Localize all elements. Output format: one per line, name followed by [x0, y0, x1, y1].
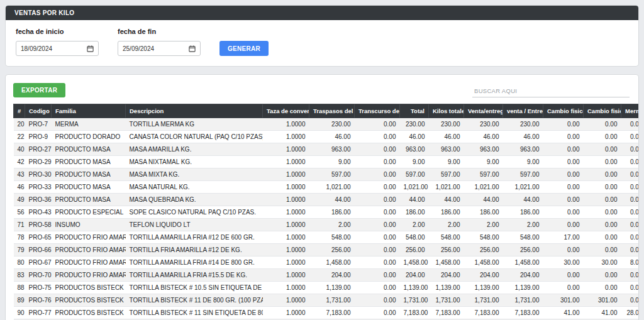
- table-cell: 548.00: [309, 231, 355, 244]
- table-cell: 78: [14, 231, 25, 244]
- table-cell: 9.00: [464, 156, 503, 168]
- table-cell: 0.00: [355, 282, 400, 294]
- table-cell: 0.00: [621, 181, 639, 194]
- column-header[interactable]: Kilos totales: [429, 104, 464, 118]
- table-cell: 9.00: [309, 156, 355, 168]
- table-cell: 0.00: [355, 194, 400, 206]
- end-date-input[interactable]: 25/09/2024: [118, 41, 201, 56]
- table-cell: 1,731.00: [400, 294, 429, 307]
- table-cell: 88: [14, 282, 25, 294]
- table-cell: 1.0000: [263, 231, 309, 244]
- table-cell: 1.0000: [263, 282, 309, 294]
- table-cell: 0.00: [584, 219, 621, 231]
- column-header[interactable]: Merma: [621, 104, 639, 118]
- table-cell: PRO-9: [25, 131, 52, 143]
- table-row: 42PRO-29PRODUCTO MASAMASA NIXTAMAL KG.1.…: [14, 156, 639, 168]
- table-cell: 186.00: [309, 206, 355, 219]
- table-cell: 963.00: [464, 143, 503, 156]
- column-header[interactable]: #: [14, 104, 25, 118]
- column-header[interactable]: Cambio fisico: [543, 104, 584, 118]
- column-header[interactable]: Total: [400, 104, 429, 118]
- table-cell: 230.00: [464, 118, 503, 131]
- column-header[interactable]: Codigo: [25, 104, 52, 118]
- table-cell: PRO-36: [25, 194, 52, 206]
- table-cell: PRODUCTO MASA: [52, 168, 126, 181]
- table-cell: PRODUCTO FRIO AMARILLA: [52, 244, 126, 257]
- table-cell: 204.00: [400, 269, 429, 282]
- table-cell: 597.00: [429, 168, 464, 181]
- table-cell: 0.00: [355, 206, 400, 219]
- table-cell: PRO-58: [25, 219, 52, 231]
- table-cell: 30.00: [584, 257, 621, 269]
- table-row: 71PRO-58INSUMOTEFLON LIQUIDO LT1.00002.0…: [14, 219, 639, 231]
- calendar-icon: [87, 45, 94, 52]
- table-cell: 0.00: [355, 294, 400, 307]
- table-cell: 1.0000: [263, 294, 309, 307]
- table-row: 79PRO-66PRODUCTO FRIO AMARILLATORTILLA F…: [14, 244, 639, 257]
- filters-panel: VENTAS POR KILO fecha de inicio 18/09/20…: [5, 5, 639, 67]
- table-cell: TORTILLA AMARILLA FRIA #14 DE 800 GR.: [126, 257, 263, 269]
- table-cell: 46.00: [464, 131, 503, 143]
- table-cell: 186.00: [503, 206, 543, 219]
- table-cell: PRO-76: [25, 294, 52, 307]
- table-cell: PRODUCTO MASA: [52, 143, 126, 156]
- column-header[interactable]: Descripcion: [126, 104, 263, 118]
- table-cell: 0.00: [543, 131, 584, 143]
- table-cell: 0.00: [543, 206, 584, 219]
- table-cell: 256.00: [309, 244, 355, 257]
- table-cell: 46.00: [400, 131, 429, 143]
- table-cell: 548.00: [429, 231, 464, 244]
- table-cell: 22: [14, 131, 25, 143]
- table-cell: 256.00: [400, 244, 429, 257]
- table-cell: MASA NATURAL KG.: [126, 181, 263, 194]
- table-cell: 0.00: [584, 231, 621, 244]
- table-cell: PRO-30: [25, 168, 52, 181]
- table-cell: 1,139.00: [503, 282, 543, 294]
- column-header[interactable]: Transcurso del dia: [355, 104, 400, 118]
- end-date-value: 25/09/2024: [123, 45, 154, 52]
- table-cell: 1,021.00: [309, 181, 355, 194]
- table-row: 80PRO-67PRODUCTO FRIO AMARILLATORTILLA A…: [14, 257, 639, 269]
- table-cell: 186.00: [464, 206, 503, 219]
- table-cell: 204.00: [309, 269, 355, 282]
- table-cell: 20: [14, 118, 25, 131]
- table-cell: 256.00: [464, 244, 503, 257]
- table-cell: 1,731.00: [503, 294, 543, 307]
- table-cell: PRO-33: [25, 181, 52, 194]
- column-header[interactable]: venta / Entreg kg: [503, 104, 543, 118]
- table-cell: PRODUCTO MASA: [52, 156, 126, 168]
- search-input[interactable]: [472, 85, 630, 97]
- table-cell: 9.00: [429, 156, 464, 168]
- table-cell: 0.00: [543, 194, 584, 206]
- table-cell: 0.00: [355, 231, 400, 244]
- column-header[interactable]: Taza de conversion: [263, 104, 309, 118]
- table-cell: 963.00: [400, 143, 429, 156]
- table-cell: 1.0000: [263, 131, 309, 143]
- table-cell: TEFLON LIQUIDO LT: [126, 219, 263, 231]
- table-cell: 597.00: [400, 168, 429, 181]
- generate-button[interactable]: GENERAR: [219, 41, 269, 56]
- table-body: 20PRO-7MERMATORTILLA MERMA KG1.0000230.0…: [14, 118, 639, 320]
- table-cell: 0.00: [584, 282, 621, 294]
- table-cell: 1,021.00: [429, 181, 464, 194]
- table-cell: 0.00: [621, 219, 639, 231]
- table-cell: 1,731.00: [309, 294, 355, 307]
- table-cell: INSUMO: [52, 219, 126, 231]
- table-scroll-area[interactable]: #CodigoFamiliaDescripcionTaza de convers…: [13, 104, 638, 320]
- start-date-input[interactable]: 18/09/2024: [16, 41, 99, 56]
- column-header[interactable]: Cambio fisico Kg: [584, 104, 621, 118]
- column-header[interactable]: Venta/entrega: [464, 104, 503, 118]
- export-button[interactable]: EXPORTAR: [13, 83, 65, 97]
- column-header[interactable]: Familia: [52, 104, 126, 118]
- table-cell: 41.00: [584, 307, 621, 319]
- table-cell: 597.00: [309, 168, 355, 181]
- table-row: 22PRO-9PRODUCTO DORADOCANASTA COLOR NATU…: [14, 131, 639, 143]
- table-cell: 71: [14, 219, 25, 231]
- table-cell: 80: [14, 257, 25, 269]
- column-header[interactable]: Traspasos del dia: [309, 104, 355, 118]
- table-cell: 0.00: [355, 168, 400, 181]
- table-cell: 44.00: [309, 194, 355, 206]
- table-cell: 0.00: [543, 282, 584, 294]
- table-cell: 1.0000: [263, 206, 309, 219]
- table-cell: 44.00: [400, 194, 429, 206]
